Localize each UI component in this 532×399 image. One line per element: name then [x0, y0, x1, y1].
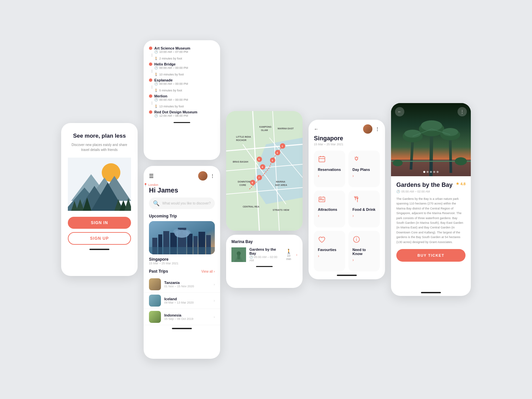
- favourites-item[interactable]: Favourties ›: [314, 231, 345, 271]
- trip-name: Indonesia: [164, 313, 194, 317]
- svg-point-25: [173, 229, 181, 234]
- more-options-button[interactable]: ⋮: [458, 107, 467, 116]
- svg-text:2: 2: [277, 152, 278, 154]
- need-to-know-label: Need to Know: [352, 248, 376, 256]
- hamburger-icon[interactable]: ☰: [149, 173, 154, 179]
- star-icon: ★: [456, 182, 459, 186]
- svg-line-74: [355, 157, 355, 158]
- svg-text:1: 1: [282, 145, 283, 147]
- trip-thumbnail: [149, 295, 161, 307]
- svg-rect-67: [319, 157, 325, 162]
- destination-title: Singapore: [309, 135, 385, 143]
- home-indicator: [89, 249, 109, 250]
- dot-1: [423, 171, 425, 173]
- list-item[interactable]: Indonesia 15 Sep – 06 Oct 2019 ›: [144, 309, 220, 325]
- svg-text:MARINA EAST: MARINA EAST: [278, 127, 294, 130]
- svg-text:4: 4: [262, 166, 263, 168]
- dot-4: [433, 171, 435, 173]
- map-screen: LITTLE INDIA ROCHOR KAMPONG GLAM BRAS BA…: [226, 111, 303, 231]
- svg-rect-27: [149, 247, 215, 254]
- svg-text:BAY AREA: BAY AREA: [275, 184, 287, 186]
- svg-text:DOWNTOWN: DOWNTOWN: [238, 181, 252, 183]
- reservations-label: Reservations: [318, 168, 341, 172]
- place-time: 🕐 05:00 AM – 02:00 AM: [249, 255, 281, 262]
- back-button[interactable]: ←: [395, 107, 404, 116]
- chevron-right-icon: ›: [214, 283, 215, 286]
- food-drink-item[interactable]: Food & Drink ›: [348, 191, 380, 227]
- welcome-subtitle: Discover new places eaisly and share tra…: [68, 142, 131, 152]
- svg-point-26: [183, 230, 191, 235]
- attractions-icon: [318, 195, 341, 205]
- place-time: 🕐 12:00 AM – 08:00 PM: [154, 114, 215, 117]
- home-indicator: [172, 328, 192, 329]
- place-time: 🕐 00:00 AM – 00:00 PM: [154, 82, 215, 85]
- avatar: [363, 124, 372, 134]
- reservations-icon: [318, 155, 341, 165]
- chevron-right-icon: ›: [214, 299, 215, 303]
- pin-dot: [149, 94, 152, 98]
- svg-point-96: [393, 160, 403, 166]
- walk-time: 🚶 5 minutes by foot: [154, 89, 215, 92]
- svg-text:6: 6: [252, 182, 253, 184]
- svg-text:GLAM: GLAM: [261, 129, 268, 131]
- favourites-label: Favourties: [318, 248, 341, 252]
- place-name: Art Science Museum: [154, 46, 190, 50]
- trip-thumbnail: [149, 278, 161, 290]
- need-to-know-item[interactable]: Need to Know ›: [348, 231, 380, 271]
- welcome-screen: See more, plan less Discover new places …: [61, 123, 138, 276]
- walk-time: 🚶 2 minutes by foot: [154, 57, 215, 60]
- greeting-text: Hi James: [144, 187, 220, 194]
- buy-ticket-button[interactable]: BUY TICKET: [396, 249, 466, 262]
- food-drink-label: Food & Drink: [352, 207, 376, 211]
- attractions-label: Attractions: [318, 207, 341, 211]
- more-options-icon[interactable]: ⋮: [210, 173, 215, 179]
- favourites-icon: [318, 235, 341, 245]
- mountain-illustration: [68, 158, 131, 211]
- attraction-image: ← ⋮: [391, 103, 471, 176]
- svg-text:5: 5: [258, 158, 260, 161]
- svg-text:STRAITS VIEW: STRAITS VIEW: [273, 209, 289, 211]
- place-time: 🕐 00:00 AM – 00:00 PM: [154, 98, 215, 101]
- signin-button[interactable]: SIGN IN: [68, 217, 131, 229]
- attraction-title: Gardens by the Bay: [396, 182, 453, 189]
- day-plans-item[interactable]: Day Plans ›: [348, 151, 380, 187]
- place-time: 🕐 10:00 AM – 07:00 PM: [154, 50, 215, 54]
- avatar: [198, 171, 207, 181]
- chevron-right-icon: ›: [352, 174, 376, 178]
- svg-line-73: [357, 157, 358, 158]
- list-item[interactable]: Tanzania 01 Nov – 15 Nov 2020 ›: [144, 276, 220, 293]
- place-name: Helix Bridge: [154, 62, 176, 66]
- view-all-link[interactable]: View all ›: [201, 270, 215, 273]
- itinerary-screen: Art Science Museum 🕐 10:00 AM – 07:00 PM…: [144, 40, 220, 160]
- svg-rect-76: [320, 199, 322, 200]
- bottom-indicator: [256, 266, 273, 267]
- back-arrow-icon[interactable]: ←: [314, 126, 319, 132]
- place-thumbnail: [231, 247, 246, 262]
- dot-2: [427, 171, 429, 173]
- walk-time: 🚶 10 minutes by foot: [154, 73, 215, 76]
- home-indicator: [421, 292, 441, 293]
- place-name: Red Dot Design Museum: [154, 110, 198, 114]
- bottom-indicator: [174, 122, 190, 123]
- svg-point-87: [404, 130, 421, 138]
- reservations-item[interactable]: Reservations ›: [314, 151, 345, 187]
- more-options-icon[interactable]: ⋮: [375, 126, 380, 132]
- trip-image[interactable]: [149, 221, 215, 254]
- rating-value: 4.8: [461, 182, 466, 186]
- image-dots: [423, 171, 439, 173]
- home-indicator: [337, 275, 357, 276]
- pin-dot: [149, 78, 152, 82]
- search-bar[interactable]: 🔍 What would you like to discover?: [149, 198, 215, 209]
- home-screen: ☰ ⋮ 📍 London Hi James 🔍 What would you l…: [144, 166, 220, 359]
- dot-5: [437, 171, 439, 173]
- svg-point-90: [421, 120, 442, 131]
- trip-dates: 01 Nov – 15 Nov 2020: [164, 285, 194, 288]
- singapore-dashboard: ← ⋮ Singapore 15 Mar – 25 Mar 2021: [309, 120, 385, 279]
- place-name: Gardens by the Bay: [249, 247, 281, 255]
- attractions-item[interactable]: Attractions ›: [314, 191, 345, 227]
- itinerary-item: Merlion 🕐 00:00 AM – 00:00 PM 🚶 13 minut…: [149, 94, 215, 108]
- signup-button[interactable]: SIGN UP: [68, 232, 131, 245]
- svg-text:CENTRAL REA: CENTRAL REA: [243, 205, 259, 208]
- food-drink-icon: [352, 195, 376, 205]
- list-item[interactable]: Iceland 09 Mar – 13 Mar 2020 ›: [144, 293, 220, 309]
